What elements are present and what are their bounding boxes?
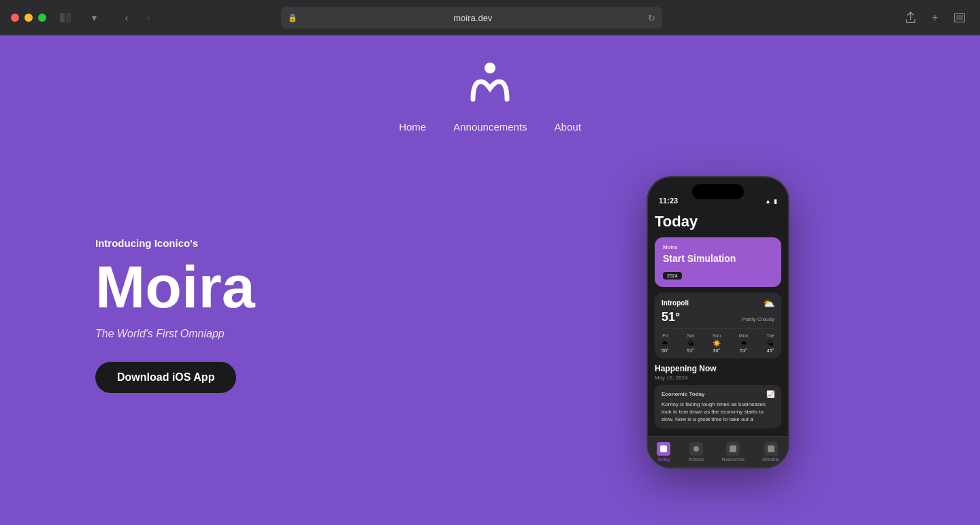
logo-container xyxy=(466,60,514,107)
phone-mockup: 11:23 ▲ ▮ Today Moira Start Simulation 2… xyxy=(647,176,789,469)
moira-logo xyxy=(466,60,514,107)
simulation-card[interactable]: Moira Start Simulation 2024 xyxy=(655,237,781,287)
share-button[interactable] xyxy=(901,8,920,27)
weather-condition: Partly Cloudy xyxy=(742,316,774,322)
forecast-fri: Fri 🌧 50° xyxy=(662,333,669,353)
news-card[interactable]: Economic Today 📈 Kontoy is facing tough … xyxy=(655,385,781,429)
svg-point-6 xyxy=(693,446,699,452)
sidebar-toggle-button[interactable] xyxy=(54,8,76,27)
introducing-text: Introducing Iconico's xyxy=(95,237,198,249)
browser-chrome: ▾ ‹ › 🔒 moira.dev ↻ + xyxy=(0,0,980,35)
navigation: Home Announcements About xyxy=(399,121,581,133)
news-header: Economic Today 📈 xyxy=(662,390,774,398)
tab-resources[interactable]: Resources xyxy=(722,442,745,462)
traffic-light-red[interactable] xyxy=(11,14,19,22)
tab-bar: Today Actions Resources xyxy=(648,436,788,467)
monthly-tab-icon xyxy=(764,442,778,456)
nav-home[interactable]: Home xyxy=(399,121,426,133)
url-display: moira.dev xyxy=(301,13,644,23)
svg-rect-3 xyxy=(956,15,963,20)
battery-icon: ▮ xyxy=(774,198,777,205)
forecast-sun: Sun ☀️ 30° xyxy=(713,333,721,353)
phone-screen: Today Moira Start Simulation 2024 Introp… xyxy=(648,207,788,467)
wifi-icon: ▲ xyxy=(765,198,771,205)
tab-actions-label: Actions xyxy=(688,457,704,462)
sim-card-label: Moira xyxy=(663,244,773,250)
status-time: 11:23 xyxy=(659,197,678,205)
svg-point-4 xyxy=(485,63,495,73)
news-text: Kontoy is facing tough times as business… xyxy=(662,401,774,424)
svg-rect-5 xyxy=(660,445,667,452)
left-section: Introducing Iconico's Moira The World's … xyxy=(54,237,510,420)
traffic-light-green[interactable] xyxy=(38,14,46,22)
traffic-light-yellow[interactable] xyxy=(24,14,33,22)
weather-card: Intropoli ⛅ 51° Partly Cloudy Fri 🌧 50° xyxy=(655,292,781,358)
address-bar[interactable]: 🔒 moira.dev ↻ xyxy=(281,7,662,29)
weather-partly-cloudy-icon: ⛅ xyxy=(763,298,774,309)
traffic-lights xyxy=(11,14,46,22)
forecast-tue: Tue 🌤 45° xyxy=(766,333,774,353)
dropdown-button[interactable]: ▾ xyxy=(84,8,103,27)
screen-title: Today xyxy=(655,213,781,231)
happening-date: May 18, 2024 xyxy=(655,375,781,381)
sim-badge: 2024 xyxy=(663,272,682,280)
tab-overview-button[interactable] xyxy=(950,8,969,27)
actions-tab-icon xyxy=(689,442,703,456)
browser-right-controls: + xyxy=(901,8,969,27)
resources-tab-icon xyxy=(726,442,740,456)
svg-rect-0 xyxy=(60,13,65,22)
news-source: Economic Today xyxy=(662,391,704,397)
reload-button[interactable]: ↻ xyxy=(648,13,655,23)
status-icons: ▲ ▮ xyxy=(765,198,777,205)
tab-today-label: Today xyxy=(657,457,670,462)
lock-icon: 🔒 xyxy=(288,14,297,22)
chart-icon: 📈 xyxy=(766,390,774,398)
forecast-mon-icon: 🌧 xyxy=(740,339,747,347)
browser-navigation: ‹ › xyxy=(117,8,158,27)
sim-card-title: Start Simulation xyxy=(663,253,773,264)
nav-announcements[interactable]: Announcements xyxy=(453,121,527,133)
new-tab-button[interactable]: + xyxy=(926,8,945,27)
nav-about[interactable]: About xyxy=(555,121,581,133)
webpage: Home Announcements About Introducing Ico… xyxy=(0,35,980,525)
tab-monthly-label: Monthly xyxy=(762,457,779,462)
today-tab-icon xyxy=(657,442,670,456)
moira-title: Moira xyxy=(95,257,255,317)
weather-forecast: Fri 🌧 50° Sat 🌤 51° Sun ☀️ xyxy=(662,328,774,353)
tab-resources-label: Resources xyxy=(722,457,745,462)
happening-title: Happening Now xyxy=(655,364,781,373)
dynamic-island xyxy=(692,184,744,199)
tab-monthly[interactable]: Monthly xyxy=(762,442,779,462)
svg-rect-8 xyxy=(768,445,774,452)
happening-section: Happening Now May 18, 2024 Economic Toda… xyxy=(655,364,781,429)
forecast-mon: Mon 🌧 51° xyxy=(739,333,749,353)
download-button[interactable]: Download iOS App xyxy=(95,362,236,393)
forecast-fri-icon: 🌧 xyxy=(662,339,668,347)
forecast-sat-icon: 🌤 xyxy=(687,339,694,347)
weather-temp: 51° xyxy=(662,310,680,324)
forward-button[interactable]: › xyxy=(139,8,158,27)
forecast-tue-icon: 🌤 xyxy=(767,339,774,347)
subtitle: The World's First Omniapp xyxy=(95,328,225,340)
svg-rect-1 xyxy=(66,13,71,22)
forecast-sat: Sat 🌤 51° xyxy=(687,333,694,353)
forecast-sun-icon: ☀️ xyxy=(713,339,721,347)
weather-city: Intropoli xyxy=(662,299,689,307)
main-content: Introducing Iconico's Moira The World's … xyxy=(0,133,980,525)
back-button[interactable]: ‹ xyxy=(117,8,136,27)
tab-today[interactable]: Today xyxy=(657,442,670,462)
phone-container: 11:23 ▲ ▮ Today Moira Start Simulation 2… xyxy=(510,176,926,482)
tab-actions[interactable]: Actions xyxy=(688,442,704,462)
svg-rect-7 xyxy=(730,445,736,452)
weather-location: Intropoli ⛅ xyxy=(662,298,774,309)
